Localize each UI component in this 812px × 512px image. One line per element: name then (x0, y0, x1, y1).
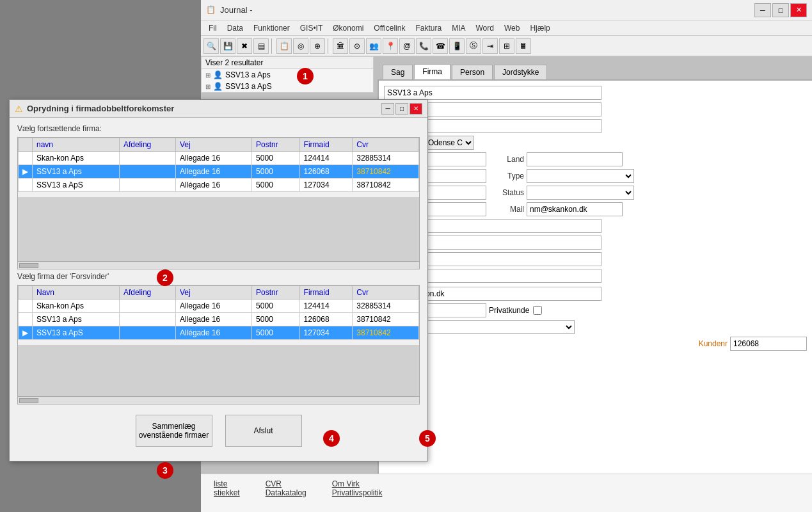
row2-navn-1: SSV13 a ApS (33, 179, 120, 192)
row2-postnr-1: 5000 (252, 179, 299, 192)
menu-web[interactable]: Web (499, 22, 525, 34)
person-icon-2: 👤 (213, 82, 223, 91)
tab-sag[interactable]: Sag (383, 65, 413, 79)
tb-btn-3[interactable]: ⊕ (310, 38, 325, 54)
row0-vej-1: Allegade 16 (175, 152, 251, 165)
dialog-minimize-btn[interactable]: ─ (381, 103, 394, 115)
table1-scrollbar-thumb[interactable] (19, 263, 38, 268)
tab-person[interactable]: Person (452, 65, 493, 79)
tb-btn-2[interactable]: ◎ (293, 38, 308, 54)
results-item-1[interactable]: ⊞ 👤 SSV13 a Aps (202, 69, 373, 81)
tb-btn-9[interactable]: 📞 (416, 38, 431, 54)
firma-status-select[interactable] (527, 186, 634, 200)
row2-arrow-2: ▶ (19, 326, 33, 340)
tab-jordstykke[interactable]: Jordstykke (494, 65, 547, 79)
firma-type-select[interactable] (527, 169, 634, 183)
tab-firma[interactable]: Firma (414, 64, 450, 79)
app-title: Journal - (220, 5, 754, 15)
afslut-button[interactable]: Afslut (225, 415, 302, 447)
row1-postnr-1: 5000 (252, 165, 299, 179)
bottom-link-datakatalog[interactable]: Datakatalog (266, 488, 306, 497)
sammenlæg-button[interactable]: Sammenlæg ovenstående firmaer (136, 415, 212, 447)
close-button[interactable]: ✕ (790, 3, 807, 17)
dialog-cleanup: ⚠ Oprydning i firmadobbeltforekomster ─ … (9, 99, 428, 461)
menu-funktioner[interactable]: Funktioner (248, 22, 295, 34)
bottom-link-stiekket[interactable]: stiekket (214, 488, 240, 497)
row1-arrow-2 (19, 313, 33, 326)
row1-postnr-2: 5000 (252, 313, 299, 326)
row0-arrow-1 (19, 152, 33, 165)
table2-row-1[interactable]: SSV13 a Aps Allegade 16 5000 126068 3871… (19, 313, 419, 326)
minimize-button[interactable]: ─ (754, 3, 771, 17)
badge-5: 5 (419, 430, 436, 447)
table2-row-0[interactable]: Skan-kon Aps Allegade 16 5000 124414 328… (19, 300, 419, 313)
table1-row-2[interactable]: SSV13 a ApS Allégade 16 5000 127034 3871… (19, 179, 419, 192)
bottom-link-cvr[interactable]: CVR (266, 479, 306, 488)
tb-btn-10[interactable]: ☎ (433, 38, 448, 54)
th-firmaid-1: Firmaid (299, 138, 353, 152)
table1-row-1[interactable]: ▶ SSV13 a Aps Allegade 16 5000 126068 38… (19, 165, 419, 179)
firma-city-select[interactable]: Odense C (425, 136, 474, 150)
tb-btn-1[interactable]: 📋 (276, 38, 292, 54)
row0-firmaid-2: 124414 (299, 300, 353, 313)
maximize-button[interactable]: □ (772, 3, 789, 17)
firma-land-input[interactable] (527, 152, 623, 166)
tb-btn-5[interactable]: ⊙ (349, 38, 365, 54)
tb-btn-13[interactable]: ⇥ (482, 38, 498, 54)
toolbar-separator-2 (328, 38, 330, 54)
menu-word[interactable]: Word (470, 22, 498, 34)
menu-data[interactable]: Data (222, 22, 248, 34)
row1-afd-2 (119, 313, 175, 326)
table1-row-0[interactable]: Skan-kon Aps Allegade 16 5000 124414 328… (19, 152, 419, 165)
row0-arrow-2 (19, 300, 33, 313)
results-panel: Viser 2 resultater ⊞ 👤 SSV13 a Aps ⊞ 👤 S… (201, 56, 374, 93)
bottom-link-privatlivspolitik[interactable]: Privatlivspolitik (332, 488, 383, 497)
row0-navn-1: Skan-kon Aps (33, 152, 120, 165)
tb-btn-15[interactable]: 🖩 (516, 38, 531, 54)
section1-label: Vælg fortsættende firma: (17, 124, 420, 133)
row2-cvr-1: 38710842 (353, 179, 419, 192)
bottom-link-liste[interactable]: liste (214, 479, 240, 488)
window-controls: ─ □ ✕ (754, 3, 807, 17)
type-label: Type (489, 172, 524, 180)
results-item-2[interactable]: ⊞ 👤 SSV13 a ApS (202, 81, 373, 92)
tb-btn-12[interactable]: Ⓢ (466, 38, 481, 54)
privatkunde-checkbox[interactable] (533, 306, 542, 315)
dialog-maximize-btn[interactable]: □ (395, 103, 408, 115)
row1-cvr-2: 38710842 (353, 313, 419, 326)
delete-toolbar-btn[interactable]: ✖ (237, 38, 252, 54)
table2-row-2[interactable]: ▶ SSV13 a ApS Allégade 16 5000 127034 38… (19, 326, 419, 340)
results-item-label-2: SSV13 a ApS (225, 82, 272, 91)
table2-scrollbar-thumb[interactable] (19, 398, 38, 403)
tb-btn-14[interactable]: ⊞ (499, 38, 514, 54)
firma-kundenr-input[interactable] (730, 337, 807, 351)
tb-btn-4[interactable]: 🏛 (333, 38, 348, 54)
dialog-title: Oprydning i firmadobbeltforekomster (27, 104, 380, 113)
dialog-close-btn[interactable]: ✕ (410, 103, 422, 115)
menu-hjaelp[interactable]: Hjælp (525, 22, 555, 34)
row1-firmaid-1: 126068 (299, 165, 353, 179)
tb-btn-7[interactable]: 📍 (383, 38, 398, 54)
menu-okonomi[interactable]: Økonomi (328, 22, 369, 34)
firma-mail-input[interactable] (527, 202, 623, 216)
menu-officelink[interactable]: Officelink (369, 22, 410, 34)
land-label: Land (489, 155, 524, 164)
menu-gisit[interactable]: GIS•IT (295, 22, 328, 34)
menu-faktura[interactable]: Faktura (410, 22, 447, 34)
tb-btn-8[interactable]: @ (399, 38, 415, 54)
dialog-body: Vælg fortsættende firma: navn Afdeling V… (10, 118, 427, 461)
bottom-link-omvirk[interactable]: Om Virk (332, 479, 383, 488)
menu-fil[interactable]: Fil (203, 22, 222, 34)
table2-scrollbar[interactable] (18, 396, 419, 404)
firma-name-input[interactable] (384, 86, 601, 100)
table1-scrollbar[interactable] (18, 261, 419, 269)
search-toolbar-btn[interactable]: 🔍 (203, 38, 219, 54)
section2-label: Vælg firma der 'Forsvinder' (17, 272, 420, 281)
tb-btn-6[interactable]: 👥 (366, 38, 381, 54)
menu-mia[interactable]: MIA (447, 22, 470, 34)
th-arrow-1 (19, 138, 33, 152)
tb-btn-11[interactable]: 📱 (449, 38, 465, 54)
print-toolbar-btn[interactable]: ▤ (253, 38, 269, 54)
save-toolbar-btn[interactable]: 💾 (220, 38, 235, 54)
bottom-bar: liste stiekket CVR Datakatalog Om Virk P… (201, 474, 812, 512)
